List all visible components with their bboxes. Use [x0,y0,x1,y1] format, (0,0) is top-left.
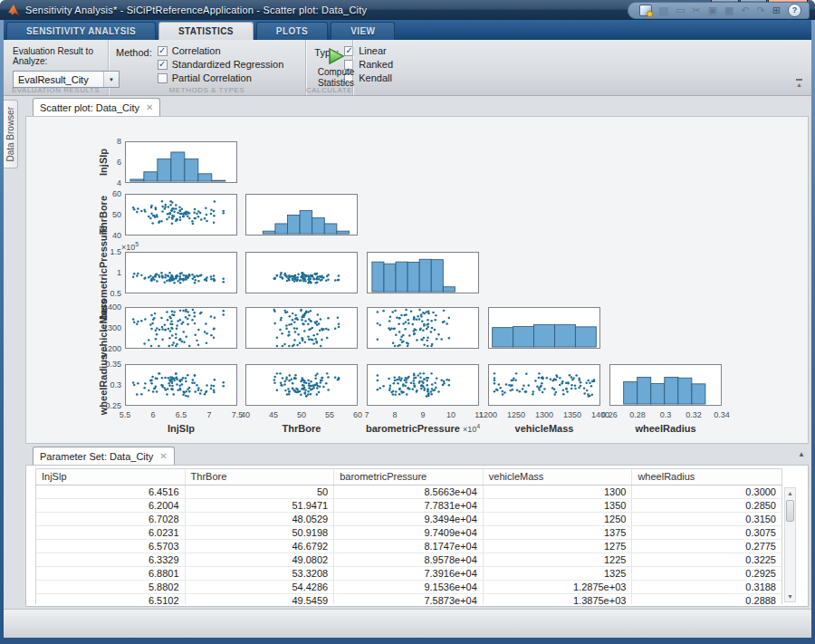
ribbon-tab-sensitivity-analysis[interactable]: SENSITIVITY ANALYSIS [6,22,156,40]
table-cell[interactable]: 8.9578e+04 [334,553,484,566]
table-header-cell-wheelradius[interactable]: wheelRadius [632,469,781,485]
table-cell[interactable]: 0.2775 [632,540,781,553]
histogram-cell-wheelradius [609,364,722,406]
table-cell[interactable]: 6.0231 [36,526,186,539]
table-row-2[interactable]: 6.200451.94717.7831e+0413500.2850 [36,499,781,513]
layout-icon[interactable]: ⊞ [772,5,781,15]
table-cell[interactable]: 49.5459 [186,594,335,604]
table-cell[interactable]: 7.3916e+04 [334,567,484,580]
table-scrollbar[interactable]: ▲ ▼ [784,487,796,602]
table-cell[interactable]: 0.3150 [632,513,781,525]
table-cell[interactable]: 0.3188 [632,581,781,593]
table-header-cell-barometricpressure[interactable]: barometricPressure [334,469,484,485]
table-cell[interactable]: 48.0529 [186,513,335,525]
table-cell[interactable]: 54.4286 [186,581,335,593]
table-cell[interactable]: 49.0802 [186,553,335,566]
table-header-cell-thrbore[interactable]: ThrBore [186,469,335,485]
ribbon-tab-view[interactable]: VIEW [331,22,395,40]
table-cell[interactable]: 0.3075 [632,526,781,539]
table-header-cell-injslp[interactable]: InjSlp [36,469,186,485]
table-cell[interactable]: 9.7409e+04 [334,526,484,539]
table-cell[interactable]: 6.5102 [36,594,186,604]
table-cell[interactable]: 1325 [484,567,633,580]
table-cell[interactable]: 1300 [484,485,633,498]
table-header-cell-vehiclemass[interactable]: vehicleMass [484,469,633,485]
table-cell[interactable]: 6.3329 [36,553,186,566]
table-cell[interactable]: 53.3208 [186,567,335,580]
scatter-cell-wheelradius-vs-vehiclemass [488,364,600,406]
table-row-3[interactable]: 6.702848.05299.3494e+0412500.3150 [36,513,781,526]
table-cell[interactable]: 0.2850 [632,499,781,512]
table-cell[interactable]: 1275 [484,540,633,553]
table-tab-close-icon[interactable]: ✕ [159,452,167,461]
ribbon-tab-plots[interactable]: PLOTS [256,22,328,40]
compute-statistics-button[interactable]: Compute Statistics [313,44,359,88]
table-cell[interactable]: 9.3494e+04 [334,513,484,525]
status-bar [4,609,811,638]
table-cell[interactable]: 6.5703 [36,540,186,553]
methods-types-footer: METHODS & TYPES [109,86,305,94]
table-cell[interactable]: 8.5663e+04 [334,485,484,498]
plot-tab-label: Scatter plot: Data_City [40,102,139,113]
table-document-tab[interactable]: Parameter Set: Data_City ✕ [33,447,175,465]
table-cell[interactable]: 0.3225 [632,553,781,566]
table-row-5[interactable]: 6.570346.67928.1747e+0412750.2775 [36,540,781,553]
checkbox-standardized-regression[interactable]: ✓Standardized Regression [158,59,284,70]
table-cell[interactable]: 5.8802 [36,581,186,593]
checkbox-label: Standardized Regression [172,59,284,70]
plot-document-tab[interactable]: Scatter plot: Data_City ✕ [33,98,160,116]
table-cell[interactable]: 46.6792 [186,540,335,553]
snapshot-icon[interactable] [639,5,652,16]
table-row-9[interactable]: 6.510249.54597.5873e+041.3875e+030.2888 [36,594,781,604]
scatter-cell-wheelradius-vs-barometricpressure [367,364,479,406]
ribbon-collapse-icon[interactable]: ▲ [796,79,802,88]
table-cell[interactable]: 6.2004 [36,499,186,512]
table-row-1[interactable]: 6.4516508.5663e+0413000.3000 [36,485,781,499]
scatter-cell-vehiclemass-vs-injslp [125,307,237,349]
table-cell[interactable]: 1350 [484,499,633,512]
save-icon: ▤ [659,5,668,15]
table-cell[interactable]: 8.1747e+04 [334,540,484,553]
scroll-down-icon[interactable]: ▼ [785,591,795,601]
unchecked-checkbox-icon[interactable] [158,73,168,83]
histogram-cell-thrbore [245,194,358,235]
table-row-6[interactable]: 6.332949.08028.9578e+0412250.3225 [36,553,781,567]
ribbon-tab-statistics[interactable]: STATISTICS [158,22,254,40]
y-axis-label-barometricpressure: barometricPressure [97,252,110,293]
undo-icon: ↶ [741,5,749,15]
table-cell[interactable]: 51.9471 [186,499,335,512]
table-cell[interactable]: 0.2888 [632,594,781,604]
plot-tab-close-icon[interactable]: ✕ [146,103,153,112]
scroll-thumb[interactable] [786,500,794,522]
ribbon-tab-bar: SENSITIVITY ANALYSISSTATISTICSPLOTSVIEW [4,20,811,40]
table-row-7[interactable]: 6.880153.32087.3916e+0413250.2925 [36,567,781,581]
table-cell[interactable]: 1250 [484,513,633,525]
table-cell[interactable]: 6.4516 [36,485,186,498]
data-browser-tab[interactable]: Data Browser [4,100,18,168]
table-cell[interactable]: 0.3000 [632,485,781,498]
table-cell[interactable]: 50 [186,485,335,498]
checkbox-correlation[interactable]: ✓Correlation [158,45,284,56]
table-cell[interactable]: 7.7831e+04 [334,499,484,512]
table-cell[interactable]: 50.9198 [186,526,335,539]
table-tab-strip: Parameter Set: Data_City ✕ ▲ [25,447,809,465]
table-row-8[interactable]: 5.880254.42869.1536e+041.2875e+030.3188 [36,581,781,594]
table-cell[interactable]: 1.2875e+03 [484,581,633,593]
checkbox-partial-correlation[interactable]: Partial Correlation [158,72,284,83]
table-cell[interactable]: 1375 [484,526,633,539]
calculate-footer: CALCULATE [306,86,352,94]
table-row-4[interactable]: 6.023150.91989.7409e+0413750.3075 [36,526,781,540]
checked-checkbox-icon[interactable]: ✓ [158,46,168,56]
plot-document-panel: Scatter plot: Data_City ✕ 864InjSlp60504… [25,98,809,444]
table-cell[interactable]: 1225 [484,553,633,566]
help-icon[interactable]: ? [788,4,801,17]
checked-checkbox-icon[interactable]: ✓ [158,60,168,70]
table-cell[interactable]: 9.1536e+04 [334,581,484,593]
table-cell[interactable]: 1.3875e+03 [484,594,633,604]
table-cell[interactable]: 7.5873e+04 [334,594,484,604]
table-cell[interactable]: 0.2925 [632,567,781,580]
table-cell[interactable]: 6.8801 [36,567,186,580]
scroll-up-icon[interactable]: ▲ [785,488,795,498]
table-cell[interactable]: 6.7028 [36,513,186,525]
panel-collapse-icon[interactable]: ▲ [798,451,805,458]
